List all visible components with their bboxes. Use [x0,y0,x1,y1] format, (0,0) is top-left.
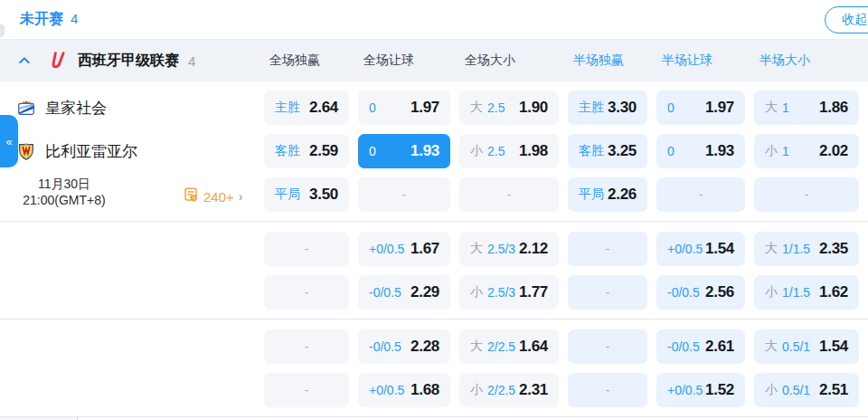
odds-line: 1 [782,144,789,158]
odds-value: 2.31 [519,381,548,399]
odds-cell[interactable]: 大1/1.52.35 [754,232,859,266]
odds-line: 2.5/3 [487,285,515,300]
away-team-row[interactable]: 比利亚雷亚尔 [16,134,137,168]
chevron-up-icon[interactable] [14,51,34,71]
odds-cell[interactable]: 主胜3.30 [568,91,647,125]
odds-cell[interactable]: 大0.5/11.54 [754,329,859,364]
odds-cell-left: 平局 [275,186,300,203]
odds-cell-left: 大2.5 [470,100,505,116]
odds-cell[interactable]: 客胜2.59 [264,134,349,168]
odds-cell[interactable]: 主胜2.64 [264,91,349,125]
odds-line: 2/2.5 [487,383,515,397]
odds-cell-left: 大1 [765,100,789,116]
odds-pick-label: 大 [470,100,483,116]
match-datetime: 11月30日 21:00(GMT+8) [5,176,123,208]
odds-line: -0/0.5 [667,285,700,300]
chevron-right-icon: › [239,189,243,204]
odds-cell[interactable]: 大11.86 [754,91,859,125]
odds-cell[interactable]: +0/0.51.68 [358,373,450,407]
odds-cell-left: +0/0.5 [369,383,404,397]
odds-cell[interactable]: 大2.51.90 [459,91,559,125]
odds-cell[interactable]: -0/0.52.61 [656,329,745,364]
odds-cell[interactable]: 平局2.26 [568,177,647,212]
odds-pick-label: 主胜 [579,100,604,116]
column-header-0: 全场独赢 [264,52,349,69]
odds-value: 2.51 [819,381,848,399]
odds-cell[interactable]: 小12.02 [754,134,859,168]
odds-cell: - [568,329,647,364]
odds-row: --0/0.52.28大2/2.51.64--0/0.52.61大0.5/11.… [264,329,868,364]
odds-line: 0.5/1 [782,339,810,354]
odds-row: 平局3.50--平局2.26-- [264,177,868,212]
odds-cell-left: 平局 [579,186,604,203]
odds-value: 2.56 [705,283,734,301]
odds-pick-label: 大 [765,241,778,257]
odds-cell: - [358,177,450,212]
odds-line: +0/0.5 [369,383,404,397]
odds-cell[interactable]: 01.97 [656,91,745,125]
collapse-all-button[interactable]: 收起 [825,6,868,33]
home-team-row[interactable]: 皇家社会 [16,91,107,125]
odds-value: 2.12 [519,240,548,258]
odds-pick-label: 客胜 [275,143,300,159]
odds-cell[interactable]: 客胜3.25 [568,134,647,168]
odds-cell[interactable]: 01.97 [358,91,450,125]
odds-value: 1.67 [410,240,439,258]
empty-dash: - [402,187,407,202]
odds-cell[interactable]: 小0.5/12.51 [754,373,859,407]
more-markets-link[interactable]: 240+ › [183,186,242,206]
empty-dash: - [305,242,309,256]
column-header-2: 全场大小 [459,52,559,69]
odds-value: 3.30 [608,99,637,117]
empty-dash: - [699,187,703,202]
odds-pick-label: 平局 [579,186,604,203]
odds-column-headers: 全场独赢全场让球全场大小半场独赢半场让球半场大小 [264,40,868,81]
sidebar-collapse-glyph: « [5,135,12,148]
odds-value: 1.93 [410,142,439,160]
odds-cell[interactable]: +0/0.51.54 [656,232,745,266]
odds-cell[interactable]: 01.93 [358,134,450,168]
odds-value: 2.02 [819,142,848,160]
odds-value: 1.86 [819,99,848,117]
odds-cell-left: 主胜 [275,100,300,116]
status-tab-label: 未开赛 [20,10,63,29]
empty-dash: - [606,242,610,256]
odds-cell[interactable]: 小2/2.52.31 [459,373,559,407]
odds-pick-label: 小 [470,143,483,159]
odds-cell[interactable]: +0/0.51.52 [656,373,745,407]
odds-cell[interactable]: -0/0.52.28 [358,329,450,364]
odds-cell[interactable]: 大2.5/32.12 [459,232,559,266]
odds-value: 2.64 [309,99,338,117]
status-tab-count: 4 [71,11,78,26]
odds-row: 主胜2.6401.97大2.51.90主胜3.3001.97大11.86 [264,91,868,125]
odds-value: 1.77 [519,283,548,301]
odds-cell[interactable]: -0/0.52.56 [656,275,745,310]
laliga-logo-icon [49,51,69,71]
odds-cell-left: 0 [369,144,376,158]
sidebar-collapse-handle[interactable]: « [0,115,18,167]
odds-group-1: -+0/0.51.67大2.5/32.12-+0/0.51.54大1/1.52.… [0,221,868,310]
odds-cell[interactable]: 平局3.50 [264,177,349,212]
odds-pick-label: 大 [470,241,483,257]
odds-cell[interactable]: +0/0.51.67 [358,232,450,266]
odds-cell[interactable]: 小1/1.51.62 [754,275,859,310]
odds-cell[interactable]: 大2/2.51.64 [459,329,559,364]
top-filter-bar: 未开赛 4 收起 [0,0,868,40]
odds-value: 1.90 [519,99,548,117]
odds-line: -0/0.5 [369,339,401,354]
odds-cell-left: 小1/1.5 [765,284,810,301]
odds-line: 2.5 [487,144,505,158]
tab-not-started[interactable]: 未开赛 4 [20,10,78,29]
home-team-name: 皇家社会 [45,98,107,119]
odds-cell[interactable]: 小2.5/31.77 [459,275,559,310]
match-time: 21:00(GMT+8) [5,192,123,208]
odds-cell-left: 大2/2.5 [470,339,515,355]
odds-cell-left: +0/0.5 [667,242,703,256]
odds-cell[interactable]: 小2.51.98 [459,134,559,168]
odds-cell[interactable]: 01.93 [656,134,745,168]
odds-pick-label: 小 [765,382,778,398]
away-team-logo [16,141,36,161]
odds-value: 2.29 [410,283,439,301]
odds-cell[interactable]: -0/0.52.29 [358,275,450,310]
odds-cell: - [459,177,559,212]
